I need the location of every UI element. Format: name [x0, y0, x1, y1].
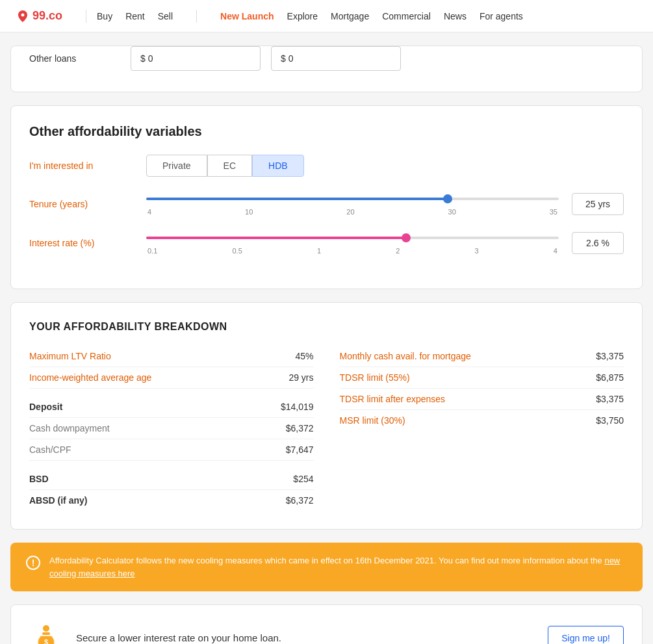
breakdown-divider-2	[29, 461, 314, 469]
tenure-value-box: 25 yrs	[572, 193, 624, 215]
nav-sell[interactable]: Sell	[158, 11, 173, 21]
breakdown-val-cash-cpf: $7,647	[286, 444, 314, 455]
tenure-labels: 4 10 20 30 35	[146, 208, 559, 216]
breakdown-row-ltv: Maximum LTV Ratio 45%	[29, 346, 314, 367]
interest-labels: 0.1 0.5 1 2 3 4	[146, 247, 559, 255]
breakdown-val-cash-down: $6,372	[286, 423, 314, 433]
tenure-label: Tenure (years)	[29, 199, 133, 209]
svg-point-3	[43, 625, 49, 632]
type-btn-private[interactable]: Private	[146, 155, 207, 177]
other-loans-row: Other loans	[29, 46, 624, 71]
affordability-variables-card: Other affordability variables I'm intere…	[10, 105, 643, 289]
nav-mortgage[interactable]: Mortgage	[331, 11, 369, 21]
warning-banner: ! Affordability Calculator follows the n…	[10, 543, 643, 591]
svg-text:$: $	[44, 638, 48, 644]
breakdown-key-bsd: BSD	[29, 474, 49, 484]
breakdown-right: Monthly cash avail. for mortgage $3,375 …	[340, 346, 624, 511]
breakdown-divider-1	[29, 389, 314, 396]
breakdown-row-age: Income-weighted average age 29 yrs	[29, 367, 314, 389]
tenure-label-20: 20	[346, 208, 354, 216]
logo[interactable]: 99.co	[16, 9, 62, 23]
breakdown-key-msr: MSR limit (30%)	[340, 415, 405, 426]
page-content: Other loans Other affordability variable…	[0, 45, 653, 644]
interest-label-4: 4	[554, 247, 557, 255]
nav-divider2	[196, 10, 197, 23]
breakdown-val-bsd: $254	[293, 474, 313, 484]
interest-thumb[interactable]	[402, 233, 411, 242]
type-btn-ec[interactable]: EC	[207, 155, 252, 177]
interest-type-label: I'm interested in	[29, 161, 133, 171]
logo-text: 99.co	[32, 9, 62, 23]
nav-commercial[interactable]: Commercial	[382, 11, 431, 21]
warning-message: Affordability Calculator follows the new…	[49, 556, 604, 565]
breakdown-key-age: Income-weighted average age	[29, 372, 151, 383]
other-loans-label: Other loans	[29, 53, 120, 64]
tenure-slider-container: 4 10 20 30 35	[146, 192, 559, 216]
navbar: 99.co Buy Rent Sell New Launch Explore M…	[0, 0, 653, 32]
svg-rect-2	[42, 632, 50, 635]
tenure-track-fill	[146, 198, 448, 200]
interest-rate-value-box: 2.6 %	[572, 232, 624, 254]
breakdown-val-age: 29 yrs	[288, 372, 313, 383]
breakdown-val-ltv: 45%	[295, 351, 313, 361]
nav-links: Buy Rent Sell New Launch Explore Mortgag…	[97, 10, 523, 23]
type-btn-hdb[interactable]: HDB	[252, 155, 304, 177]
type-buttons: Private EC HDB	[146, 155, 304, 177]
affordability-variables-title: Other affordability variables	[29, 124, 624, 139]
nav-for-agents[interactable]: For agents	[480, 11, 523, 21]
breakdown-left: Maximum LTV Ratio 45% Income-weighted av…	[29, 346, 314, 511]
tenure-label-10: 10	[245, 208, 253, 216]
tenure-thumb[interactable]	[443, 194, 452, 203]
nav-new-launch[interactable]: New Launch	[220, 11, 274, 21]
breakdown-key-absd: ABSD (if any)	[29, 495, 87, 506]
breakdown-key-ltv: Maximum LTV Ratio	[29, 351, 111, 361]
sign-me-up-button[interactable]: Sign me up!	[548, 626, 624, 645]
interest-label-2: 2	[396, 247, 400, 255]
interest-label-1: 1	[317, 247, 321, 255]
breakdown-val-msr: $3,750	[596, 415, 624, 426]
interest-label-01: 0.1	[147, 247, 157, 255]
other-loans-input-1[interactable]	[131, 46, 261, 71]
breakdown-key-cash-down: Cash downpayment	[29, 423, 110, 433]
nav-rent[interactable]: Rent	[125, 11, 145, 21]
other-loans-input-2[interactable]	[271, 46, 401, 71]
breakdown-row-bsd: BSD $254	[29, 469, 314, 490]
tenure-label-35: 35	[550, 208, 557, 216]
tenure-track-wrap	[146, 192, 559, 205]
tenure-label-30: 30	[448, 208, 456, 216]
promo-icon: $	[29, 618, 63, 644]
nav-explore[interactable]: Explore	[287, 11, 318, 21]
breakdown-val-tdsr: $6,875	[596, 372, 624, 383]
warning-icon: !	[26, 556, 40, 570]
breakdown-key-monthly: Monthly cash avail. for mortgage	[340, 351, 471, 361]
breakdown-title: YOUR AFFORDABILITY BREAKDOWN	[29, 321, 624, 333]
nav-divider	[86, 10, 86, 23]
interest-rate-slider-container: 0.1 0.5 1 2 3 4	[146, 231, 559, 255]
other-loans-card: Other loans	[10, 45, 643, 92]
breakdown-key-deposit: Deposit	[29, 402, 62, 412]
breakdown-val-tdsr-exp: $3,375	[596, 394, 624, 404]
breakdown-grid: Maximum LTV Ratio 45% Income-weighted av…	[29, 346, 624, 511]
interest-track-wrap	[146, 231, 559, 244]
interest-label-3: 3	[475, 247, 479, 255]
nav-buy[interactable]: Buy	[97, 11, 112, 21]
breakdown-row-tdsr: TDSR limit (55%) $6,875	[340, 367, 624, 389]
interest-label-05: 0.5	[232, 247, 242, 255]
breakdown-key-tdsr-exp: TDSR limit after expenses	[340, 394, 446, 404]
breakdown-val-absd: $6,372	[286, 495, 314, 506]
breakdown-row-cash-cpf: Cash/CPF $7,647	[29, 439, 314, 461]
breakdown-key-tdsr: TDSR limit (55%)	[340, 372, 410, 383]
breakdown-row-deposit: Deposit $14,019	[29, 396, 314, 418]
breakdown-val-deposit: $14,019	[281, 402, 314, 412]
breakdown-row-cash-down: Cash downpayment $6,372	[29, 418, 314, 439]
interest-type-row: I'm interested in Private EC HDB	[29, 155, 624, 177]
tenure-row: Tenure (years) 4 10 20 30 35 25 yrs	[29, 192, 624, 216]
breakdown-row-tdsr-exp: TDSR limit after expenses $3,375	[340, 389, 624, 410]
interest-rate-row: Interest rate (%) 0.1 0.5 1 2 3 4 2.6 %	[29, 231, 624, 255]
warning-text: Affordability Calculator follows the new…	[49, 554, 627, 580]
nav-news[interactable]: News	[444, 11, 467, 21]
breakdown-row-monthly: Monthly cash avail. for mortgage $3,375	[340, 346, 624, 367]
tenure-label-4: 4	[147, 208, 151, 216]
interest-track-fill	[146, 237, 406, 239]
interest-rate-label: Interest rate (%)	[29, 238, 133, 248]
